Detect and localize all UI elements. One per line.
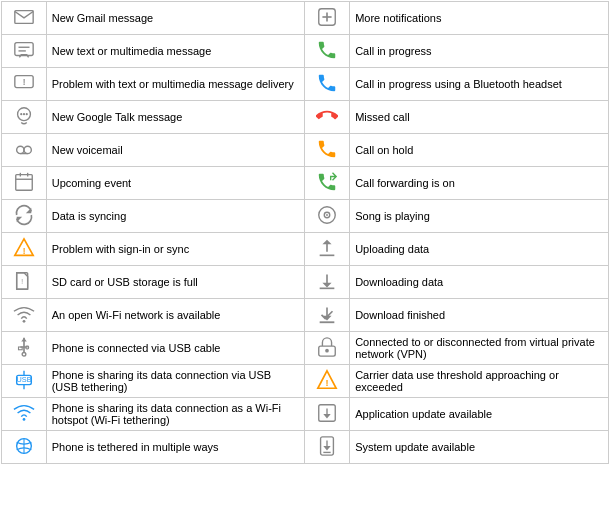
icon-left-7: ! [2, 233, 47, 266]
icon-left-6 [2, 200, 47, 233]
icon-right-11: ! [305, 365, 350, 398]
icon-right-4 [305, 134, 350, 167]
text-right-3: Missed call [350, 101, 609, 134]
table-row: New text or multimedia message Call in p… [2, 35, 609, 68]
svg-point-45 [22, 353, 26, 357]
icon-right-12 [305, 398, 350, 431]
text-right-0: More notifications [350, 2, 609, 35]
notification-icons-table: New Gmail message More notifications New… [1, 1, 609, 464]
svg-marker-34 [323, 283, 332, 288]
svg-marker-20 [26, 208, 32, 214]
icon-right-9 [305, 299, 350, 332]
table-row: ! Problem with sign-in or sync Uploading… [2, 233, 609, 266]
icon-left-1 [2, 35, 47, 68]
icon-right-0 [305, 2, 350, 35]
icon-right-1 [305, 35, 350, 68]
svg-marker-41 [21, 338, 27, 342]
icon-left-5 [2, 167, 47, 200]
text-right-12: Application update available [350, 398, 609, 431]
svg-point-14 [24, 146, 31, 153]
table-row: New Gmail message More notifications [2, 2, 609, 35]
table-row: Phone is tethered in multiple ways Syste… [2, 431, 609, 464]
svg-text:!: ! [21, 278, 23, 285]
text-right-10: Connected to or disconnected from virtua… [350, 332, 609, 365]
text-left-5: Upcoming event [46, 167, 305, 200]
svg-text:USB: USB [16, 375, 31, 384]
icon-left-12 [2, 398, 47, 431]
icon-left-3 [2, 101, 47, 134]
icon-left-0 [2, 2, 47, 35]
text-left-3: New Google Talk message [46, 101, 305, 134]
svg-rect-4 [15, 43, 33, 56]
icon-left-2: ! [2, 68, 47, 101]
icon-right-10 [305, 332, 350, 365]
svg-rect-16 [16, 175, 33, 191]
text-left-11: Phone is sharing its data connection via… [46, 365, 305, 398]
table-row: An open Wi-Fi network is available Downl… [2, 299, 609, 332]
svg-point-24 [326, 214, 328, 216]
svg-marker-28 [323, 240, 332, 245]
icon-left-9 [2, 299, 47, 332]
svg-rect-43 [18, 347, 22, 350]
svg-marker-62 [324, 446, 331, 451]
text-right-8: Downloading data [350, 266, 609, 299]
text-left-12: Phone is sharing its data connection as … [46, 398, 305, 431]
text-left-7: Problem with sign-in or sync [46, 233, 305, 266]
text-right-13: System update available [350, 431, 609, 464]
table-row: New voicemail Call on hold [2, 134, 609, 167]
icon-left-11: USB [2, 365, 47, 398]
text-right-5: Call forwarding is on [350, 167, 609, 200]
icon-left-13 [2, 431, 47, 464]
text-right-2: Call in progress using a Bluetooth heads… [350, 68, 609, 101]
icon-right-8 [305, 266, 350, 299]
table-row: ! SD card or USB storage is full Downloa… [2, 266, 609, 299]
icon-right-5 [305, 167, 350, 200]
table-row: ! Problem with text or multimedia messag… [2, 68, 609, 101]
table-row: Upcoming event Call forwarding is on [2, 167, 609, 200]
text-right-7: Uploading data [350, 233, 609, 266]
text-right-6: Song is playing [350, 200, 609, 233]
table-row: New Google Talk message Missed call [2, 101, 609, 134]
svg-point-10 [20, 113, 22, 115]
svg-marker-21 [17, 217, 23, 223]
svg-point-11 [23, 113, 25, 115]
icon-right-6 [305, 200, 350, 233]
svg-point-47 [325, 349, 329, 353]
icon-right-2 [305, 68, 350, 101]
text-left-8: SD card or USB storage is full [46, 266, 305, 299]
svg-text:!: ! [22, 247, 25, 256]
icon-right-7 [305, 233, 350, 266]
svg-point-13 [17, 146, 24, 153]
text-right-4: Call on hold [350, 134, 609, 167]
text-left-0: New Gmail message [46, 2, 305, 35]
svg-rect-0 [15, 11, 33, 24]
svg-text:!: ! [22, 78, 25, 87]
icon-right-13 [305, 431, 350, 464]
icon-left-10 [2, 332, 47, 365]
text-right-9: Download finished [350, 299, 609, 332]
text-left-6: Data is syncing [46, 200, 305, 233]
icon-right-3 [305, 101, 350, 134]
text-left-13: Phone is tethered in multiple ways [46, 431, 305, 464]
table-row: Phone is sharing its data connection as … [2, 398, 609, 431]
icon-left-4 [2, 134, 47, 167]
text-right-11: Carrier data use threshold approaching o… [350, 365, 609, 398]
text-left-2: Problem with text or multimedia message … [46, 68, 305, 101]
table-row: USB Phone is sharing its data connection… [2, 365, 609, 398]
table-row: Data is syncing Song is playing [2, 200, 609, 233]
text-left-1: New text or multimedia message [46, 35, 305, 68]
svg-marker-57 [324, 414, 331, 419]
svg-text:!: ! [326, 378, 329, 388]
table-row: Phone is connected via USB cable Connect… [2, 332, 609, 365]
svg-point-36 [22, 320, 25, 323]
svg-point-54 [22, 418, 25, 421]
text-left-4: New voicemail [46, 134, 305, 167]
text-left-9: An open Wi-Fi network is available [46, 299, 305, 332]
icon-left-8: ! [2, 266, 47, 299]
svg-point-12 [25, 113, 27, 115]
text-right-1: Call in progress [350, 35, 609, 68]
text-left-10: Phone is connected via USB cable [46, 332, 305, 365]
